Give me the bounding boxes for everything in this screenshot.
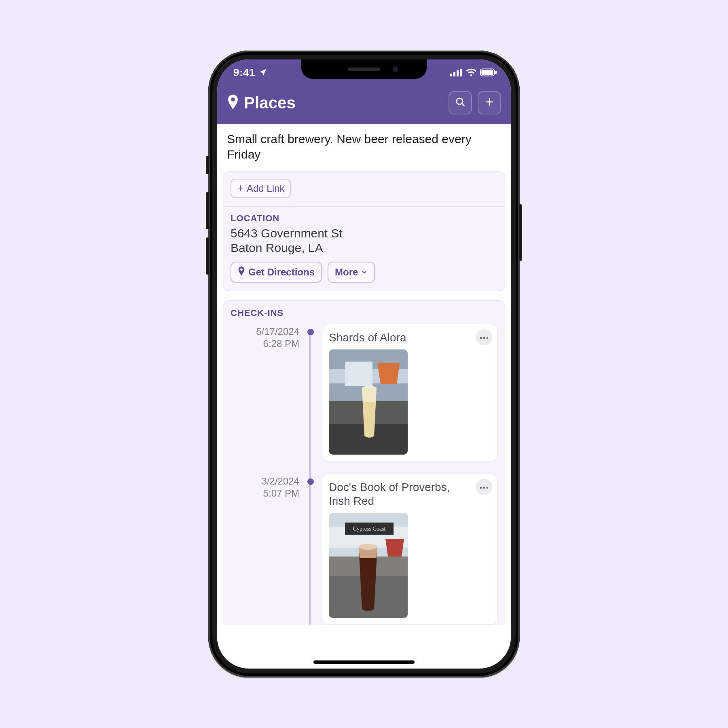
place-description: Small craft brewery. New beer released e… [217,124,511,171]
svg-rect-3 [460,69,462,76]
address-line-2: Baton Rouge, LA [231,241,497,255]
pin-icon [227,95,239,111]
phone-notch [301,59,427,79]
page-title: Places [244,94,296,112]
svg-rect-2 [457,70,459,76]
checkins-section-label: CHECK-INS [231,308,497,318]
location-arrow-icon [258,68,267,77]
add-link-button[interactable]: Add Link [231,179,291,198]
cellular-signal-icon [450,68,462,76]
home-indicator[interactable] [313,660,415,664]
svg-line-8 [462,104,464,106]
details-panel: Add Link LOCATION 5643 Government St Bat… [223,171,505,291]
search-button[interactable] [449,91,472,114]
chevron-down-icon [361,267,368,278]
search-icon [455,97,466,109]
svg-rect-0 [450,74,452,76]
checkin-entry[interactable]: 3/2/2024 5:07 PM Doc's Book of Proverbs,… [231,474,497,625]
checkin-card[interactable]: Doc's Book of Proverbs, Irish Red [322,474,497,625]
svg-marker-18 [377,363,400,384]
svg-marker-19 [345,362,372,386]
svg-text:Cypress Coast: Cypress Coast [353,526,386,532]
checkin-date: 3/2/2024 [231,475,299,487]
checkin-more-button[interactable] [476,479,492,495]
get-directions-button[interactable]: Get Directions [231,262,322,283]
svg-point-15 [487,337,489,339]
ellipsis-icon [480,334,489,341]
phone-speaker [348,68,380,71]
svg-point-25 [487,487,489,489]
phone-power-button [519,204,522,261]
ellipsis-icon [480,483,489,491]
checkin-title: Doc's Book of Proverbs, Irish Red [329,480,491,508]
svg-rect-1 [453,72,455,76]
content-scroll[interactable]: Small craft brewery. New beer released e… [217,124,511,667]
timeline-dot [307,478,314,485]
checkin-photo[interactable]: Cypress Coast [329,513,408,618]
checkin-more-button[interactable] [476,329,492,345]
phone-volume-up [206,192,209,229]
location-section-label: LOCATION [231,213,497,224]
svg-point-24 [483,487,485,489]
pin-small-icon [238,267,245,278]
phone-frame: 9:41 [208,51,520,677]
status-time: 9:41 [233,66,255,79]
plus-icon [485,97,494,108]
checkin-card[interactable]: Shards of Alora [322,324,497,461]
timeline-dot [307,329,314,335]
phone-screen: 9:41 [217,59,511,669]
plus-small-icon [237,183,244,194]
wifi-icon [466,68,477,76]
checkin-time: 6:28 PM [231,338,299,350]
address-line-1: 5643 Government St [231,226,497,241]
checkin-title: Shards of Alora [329,331,491,345]
phone-volume-down [206,237,209,275]
checkin-time: 5:07 PM [231,487,299,499]
add-link-label: Add Link [247,183,284,194]
checkins-panel: CHECK-INS 5/17/2024 6:28 PM Shards of Al… [223,300,505,625]
svg-point-23 [480,487,482,489]
svg-marker-30 [385,539,404,557]
add-button[interactable] [478,91,501,114]
svg-point-13 [480,337,482,339]
svg-point-14 [483,337,485,339]
phone-camera [393,66,398,72]
checkin-date: 5/17/2024 [231,326,299,338]
app-header: Places [217,85,511,124]
phone-mute-switch [206,156,209,174]
checkin-entry[interactable]: 5/17/2024 6:28 PM Shards of Alora [231,324,497,461]
battery-icon [480,68,497,76]
get-directions-label: Get Directions [248,267,315,278]
more-label: More [335,267,358,278]
svg-rect-5 [481,70,493,75]
svg-rect-6 [495,71,497,74]
svg-point-33 [359,544,377,550]
checkin-photo[interactable] [329,349,408,455]
more-button[interactable]: More [328,262,375,283]
